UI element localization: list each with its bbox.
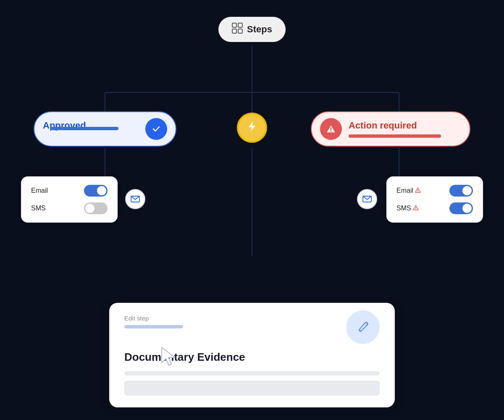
left-notification-panel: Email SMS	[21, 176, 118, 223]
action-label: Action required	[349, 120, 461, 131]
edit-step-card: Edit step Documentary Evidence	[109, 303, 395, 407]
approved-card-content: Approved	[43, 120, 139, 138]
steps-icon	[232, 23, 243, 36]
toggle-thumb-sms-right	[462, 204, 472, 213]
action-warning-icon	[320, 118, 342, 140]
svg-point-18	[331, 131, 332, 132]
svg-rect-13	[238, 29, 242, 33]
lightning-icon	[246, 121, 258, 135]
sms-warning-icon	[413, 205, 419, 212]
email-toggle-row-left: Email	[31, 185, 108, 197]
email-connector-right[interactable]	[357, 189, 377, 209]
email-label-right: Email	[396, 187, 421, 194]
sms-toggle-row-left: SMS	[31, 202, 108, 214]
pencil-icon	[356, 319, 370, 336]
email-warning-icon	[415, 187, 421, 194]
action-card-content: Action required	[349, 120, 461, 138]
action-bar	[349, 134, 441, 138]
email-toggle-right[interactable]	[449, 185, 473, 197]
email-connector-left[interactable]	[125, 189, 145, 209]
email-toggle-row-right: Email	[396, 185, 473, 197]
sms-toggle-left[interactable]	[84, 202, 108, 214]
svg-point-26	[415, 209, 416, 209]
email-toggle-left[interactable]	[84, 185, 108, 197]
approved-bar	[51, 127, 118, 130]
svg-rect-11	[238, 23, 242, 27]
toggle-thumb-email-right	[462, 186, 472, 195]
svg-rect-12	[232, 29, 236, 33]
svg-rect-10	[232, 23, 236, 27]
steps-node[interactable]: Steps	[218, 17, 286, 42]
action-required-card[interactable]: Action required	[311, 111, 470, 147]
approved-checkmark-icon	[145, 118, 167, 140]
approved-card[interactable]: Approved	[34, 111, 176, 147]
edit-bar-1	[124, 371, 380, 375]
edit-icon-circle[interactable]	[346, 310, 380, 344]
toggle-thumb-sms	[85, 204, 94, 213]
edit-bar-2	[124, 381, 380, 396]
svg-marker-14	[249, 121, 255, 131]
right-notification-panel: Email SMS	[386, 176, 483, 223]
svg-marker-28	[162, 347, 175, 365]
sms-label-right: SMS	[396, 205, 419, 212]
steps-label: Steps	[247, 24, 272, 35]
toggle-thumb	[97, 186, 106, 195]
edit-step-label: Edit step	[124, 315, 183, 322]
sms-toggle-right[interactable]	[449, 202, 473, 214]
sms-toggle-row-right: SMS	[396, 202, 473, 214]
email-label-left: Email	[31, 187, 48, 194]
edit-step-left: Edit step	[124, 315, 183, 328]
lightning-node	[237, 113, 267, 143]
sms-label-left: SMS	[31, 205, 46, 212]
svg-point-15	[151, 123, 162, 134]
svg-point-23	[417, 191, 418, 192]
edit-card-header: Edit step	[124, 315, 380, 344]
edit-step-bar	[124, 325, 183, 328]
